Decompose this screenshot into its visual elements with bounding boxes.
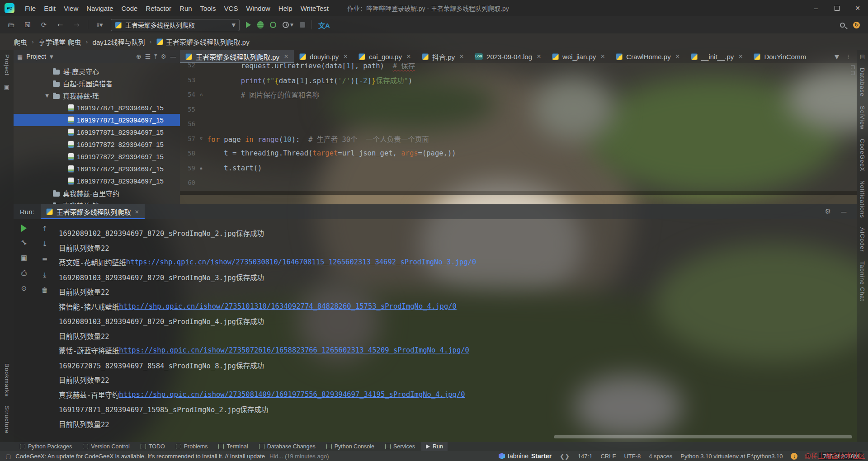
stop-button[interactable] [300, 22, 305, 28]
tree-file-item[interactable]: 1691977872_829394697_15 [14, 138, 180, 151]
tree-file-item[interactable]: 1691977871_829394697_15 [14, 114, 180, 126]
print-icon[interactable]: ⎙ [21, 269, 27, 277]
sidebar-item-structure[interactable]: Structure [4, 401, 10, 438]
maximize-button[interactable] [826, 0, 847, 16]
breadcrumb-item[interactable]: 享学课堂 爬虫 [37, 36, 83, 47]
menu-item-vcs[interactable]: VCS [220, 3, 242, 14]
console-link[interactable]: http://shp.qpic.cn/ishow/2735101310/1634… [119, 302, 457, 310]
hide-panel-icon[interactable]: — [170, 53, 176, 60]
hide-run-panel-icon[interactable]: — [841, 208, 847, 215]
toolwindow-button-database-changes[interactable]: Database Changes [255, 442, 320, 451]
tabnine-status[interactable]: tabnine Starter [499, 452, 552, 460]
update-badge-icon[interactable]: ↻ [853, 22, 860, 28]
breadcrumb-item[interactable]: 爬虫 [12, 36, 29, 47]
caret-position[interactable]: 147:1 [578, 453, 593, 460]
toolwindow-button-terminal[interactable]: Terminal [214, 442, 252, 451]
menu-item-writetest[interactable]: WriteTest [297, 3, 333, 14]
menu-item-view[interactable]: View [60, 3, 82, 14]
run-tab[interactable]: 王者荣耀多线程队列爬取 ✕ [41, 204, 145, 219]
close-tab-icon[interactable]: ✕ [459, 53, 464, 60]
gutter-lock-icon[interactable]: 🔒︎ [195, 165, 207, 171]
rerun-button[interactable] [21, 225, 27, 232]
locate-file-icon[interactable]: ⊕ [136, 53, 142, 60]
tree-folder-item[interactable]: 白起-乐园追猎者 [14, 77, 180, 89]
editor-tab[interactable]: cai_gou.py✕ [353, 50, 416, 63]
console-link[interactable]: https://shp.qpic.cn/ishow/2735030810/164… [126, 258, 476, 266]
search-everywhere-icon[interactable] [840, 23, 845, 28]
close-tab-icon[interactable]: ✕ [600, 53, 605, 60]
event-log-message[interactable]: Hid... (19 minutes ago) [269, 453, 329, 460]
menu-item-edit[interactable]: Edit [40, 3, 60, 14]
sidebar-item-aicoder[interactable]: AICoder [859, 223, 866, 257]
close-tab-icon[interactable]: ✕ [675, 53, 680, 60]
editor-tab[interactable]: 抖音.py✕ [416, 50, 469, 63]
coverage-button[interactable] [270, 22, 276, 28]
python-interpreter-indicator[interactable]: Python 3.10 virtualenv at F:\python3.10 [680, 453, 783, 460]
indent-indicator[interactable]: 4 spaces [649, 453, 672, 460]
inspection-widget-icon[interactable] [851, 65, 855, 69]
tree-folder-item[interactable]: ▶真我赫兹-镜 [14, 199, 180, 204]
editor-tab[interactable]: __init__.py✕ [685, 50, 749, 63]
forward-icon[interactable]: → [71, 21, 81, 29]
menu-item-run[interactable]: Run [175, 3, 196, 14]
breadcrumb-item[interactable]: day12线程与队列 [91, 36, 147, 47]
codegeex-status-icon[interactable]: ▢ [5, 453, 11, 460]
console-link[interactable]: https://shp.qpic.cn/ishow/2735072616/165… [119, 346, 469, 354]
console-link[interactable]: https://shp.qpic.cn/ishow/2735081409/169… [119, 390, 465, 399]
gutter-bookmark-icon[interactable]: ⌂ [195, 92, 207, 97]
toolwindow-button-problems[interactable]: Problems [171, 442, 212, 451]
expand-all-icon[interactable]: ☰ [145, 53, 151, 60]
debug-button[interactable] [257, 21, 264, 28]
chevron-down-icon[interactable]: ▼ [835, 53, 839, 60]
sidebar-item-project[interactable]: Project [4, 50, 10, 80]
encoding-indicator[interactable]: UTF-8 [624, 453, 641, 460]
sidebar-item-sciview[interactable]: SciView [859, 101, 866, 134]
toolwindow-button-todo[interactable]: TODO [136, 442, 170, 451]
line-ending-indicator[interactable]: CRLF [600, 453, 616, 460]
toolwindow-button-run[interactable]: Run [421, 442, 448, 451]
menu-item-file[interactable]: File [21, 3, 40, 14]
open-folder-icon[interactable]: 🗁 [6, 21, 16, 29]
soft-wrap-icon[interactable]: ≡ [42, 255, 48, 263]
profiler-button[interactable] [283, 22, 289, 28]
commit-tool-icon[interactable]: ▣ [4, 84, 9, 90]
wrench-icon[interactable]: 🔧︎ [21, 239, 27, 246]
editor-tab[interactable]: CrawlHome.py✕ [610, 50, 685, 63]
panels-icon[interactable]: ▤ [860, 53, 865, 60]
back-icon[interactable]: ← [55, 21, 65, 29]
clear-console-icon[interactable]: 🗑︎ [42, 286, 48, 294]
chevron-down-icon[interactable]: ▼ [290, 23, 293, 27]
up-stack-trace-icon[interactable]: ↑ [42, 225, 48, 233]
toolwindow-button-version-control[interactable]: Version Control [78, 442, 134, 451]
toolwindow-button-python-console[interactable]: Python Console [322, 442, 379, 451]
translate-icon[interactable]: 文A [318, 20, 330, 30]
tree-file-item[interactable]: 1691977871_829394697_15 [14, 102, 180, 114]
save-all-icon[interactable]: 🖫 [23, 21, 33, 29]
gutter-fold-icon[interactable]: ▽ [195, 136, 207, 141]
close-tab-icon[interactable]: ✕ [406, 53, 411, 60]
tree-folder-item[interactable]: ▼真我赫兹-瑶 [14, 89, 180, 102]
tree-folder-item[interactable]: 真我赫兹-百里守约 [14, 187, 180, 199]
code-editor[interactable]: 52 request.urlretrieve(data[1], path) # … [180, 63, 857, 191]
run-configuration-select[interactable]: 王者荣耀多线程队列爬取 ▼ [111, 19, 240, 31]
toolwindow-button-python-packages[interactable]: Python Packages [15, 442, 76, 451]
tree-folder-item[interactable]: 瑶-鹿灵守心 [14, 65, 180, 77]
editor-tab[interactable]: DouYinComm [748, 50, 811, 63]
editor-tab[interactable]: 王者荣耀多线程队列爬取.py✕ [180, 50, 294, 63]
project-panel-title[interactable]: Project [26, 53, 46, 60]
minimize-button[interactable]: – [806, 0, 826, 16]
tree-chevron-icon[interactable]: ▼ [44, 93, 50, 98]
close-icon[interactable]: ✕ [135, 209, 139, 215]
editor-tab[interactable]: douyin.py✕ [294, 50, 353, 63]
editor-tab[interactable]: LOG2023-09-04.log✕ [469, 50, 547, 63]
pin-icon[interactable]: ⊙ [21, 284, 27, 292]
sync-icon[interactable]: ⟳ [39, 21, 49, 29]
editor-horizontal-scrollbar[interactable] [180, 191, 857, 195]
close-tab-icon[interactable]: ✕ [738, 53, 743, 60]
close-button[interactable]: ✕ [847, 0, 868, 16]
close-tab-icon[interactable]: ✕ [537, 53, 541, 60]
tree-file-item[interactable]: 1691977873_829394697_15 [14, 175, 180, 187]
sidebar-item-database[interactable]: Database [859, 63, 866, 101]
menu-item-window[interactable]: Window [242, 3, 274, 14]
breadcrumb-item[interactable]: 王者荣耀多线程队列爬取.py [155, 36, 251, 47]
